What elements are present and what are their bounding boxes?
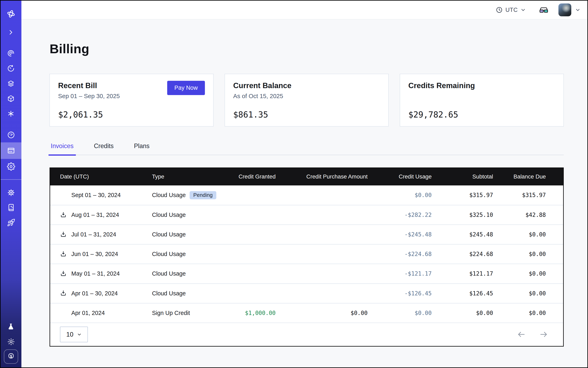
support-helm-icon <box>7 188 15 197</box>
invoice-row: May 01 – 31, 2024 Cloud Usage -$121.17 $… <box>50 264 563 283</box>
chevron-down-icon <box>575 7 581 13</box>
col-subtotal: Subtotal <box>432 173 493 180</box>
credit-usage-value: $0.00 <box>368 310 432 316</box>
sidebar-item-settings[interactable] <box>1 159 21 174</box>
recent-bill-period: Sep 01 – Sep 30, 2025 <box>58 93 120 100</box>
page-title: Billing <box>50 41 563 56</box>
download-invoice-button[interactable] <box>60 251 67 258</box>
current-balance-amount: $861.35 <box>233 110 380 120</box>
subtotal-value: $224.68 <box>432 251 493 258</box>
invoice-date: Sept 01 – 30, 2024 <box>71 192 121 199</box>
credit-usage-value: -$121.17 <box>368 270 432 277</box>
download-invoice-button[interactable] <box>60 290 67 297</box>
sidebar <box>1 1 21 367</box>
invoice-date: Jun 01 – 30, 2024 <box>71 251 118 258</box>
download-icon <box>60 231 67 238</box>
subtotal-value: $121.17 <box>432 270 493 277</box>
credit-granted-value: $1,000.00 <box>231 310 276 316</box>
previous-page-button[interactable] <box>517 330 526 339</box>
invoice-type: Cloud Usage <box>152 192 186 199</box>
balance-due-value: $0.00 <box>493 310 546 316</box>
sidebar-item-nexus[interactable] <box>1 106 21 121</box>
download-invoice-button[interactable] <box>60 231 67 238</box>
credit-purchase-value: $0.00 <box>276 310 368 316</box>
invoice-type: Cloud Usage <box>152 231 186 238</box>
tab-invoices[interactable]: Invoices <box>50 142 75 155</box>
subtotal-value: $0.00 <box>432 310 493 316</box>
sidebar-expand-button[interactable] <box>1 25 21 40</box>
subtotal-value: $245.48 <box>432 231 493 238</box>
labs-flask-icon <box>7 323 15 331</box>
invoice-type: Cloud Usage <box>152 270 186 277</box>
chevron-down-icon <box>520 7 526 13</box>
download-icon <box>60 290 67 297</box>
sidebar-item-workflows[interactable] <box>1 46 21 61</box>
sidebar-item-billing[interactable] <box>1 142 21 159</box>
sidebar-item-credits[interactable] <box>4 350 18 364</box>
download-icon <box>60 270 67 277</box>
sidebar-item-namespaces[interactable] <box>1 76 21 91</box>
recent-bill-title: Recent Bill <box>58 81 120 90</box>
invoices-table: Date (UTC) Type Credit Granted Credit Pu… <box>50 167 563 347</box>
balance-due-value: $315.97 <box>493 192 546 199</box>
subtotal-value: $126.45 <box>432 290 493 297</box>
settings-gear-icon <box>7 162 15 171</box>
rocket-icon <box>7 219 15 227</box>
usage-gauge-icon <box>7 131 15 139</box>
main-content: Billing Recent Bill Sep 01 – Sep 30, 202… <box>21 19 587 367</box>
pay-now-button[interactable]: Pay Now <box>167 81 205 95</box>
app-window: UTC Billing Recent Bill Sep 01 – Se <box>0 0 588 368</box>
sidebar-item-getting-started[interactable] <box>1 215 21 230</box>
tab-credits[interactable]: Credits <box>93 142 115 155</box>
next-page-button[interactable] <box>539 330 548 339</box>
invoice-type: Sign Up Credit <box>152 310 190 316</box>
balance-due-value: $0.00 <box>493 251 546 258</box>
download-invoice-button[interactable] <box>60 270 67 277</box>
invoice-row: Apr 01, 2024 Sign Up Credit $1,000.00 $0… <box>50 303 563 323</box>
credit-usage-value: -$126.45 <box>368 290 432 297</box>
billing-card-icon <box>7 147 15 155</box>
timezone-label: UTC <box>506 7 518 13</box>
col-credit-purchase-amount: Credit Purchase Amount <box>276 173 368 180</box>
nexus-asterisk-icon <box>7 110 15 118</box>
status-badge: Pending <box>190 191 217 200</box>
user-avatar[interactable] <box>558 3 571 16</box>
recent-bill-card: Recent Bill Sep 01 – Sep 30, 2025 Pay No… <box>50 74 213 127</box>
sidebar-item-support[interactable] <box>1 185 21 200</box>
tab-plans[interactable]: Plans <box>133 142 150 155</box>
credit-usage-value: -$245.48 <box>368 231 432 238</box>
sidebar-item-deployments[interactable] <box>1 91 21 106</box>
balance-due-value: $0.00 <box>493 270 546 277</box>
invoice-date: Jul 01 – 31, 2024 <box>71 231 116 238</box>
view-mode-button[interactable] <box>539 5 549 15</box>
download-icon <box>60 251 67 258</box>
sidebar-item-schedules[interactable] <box>1 61 21 76</box>
page-size-value: 10 <box>66 331 73 338</box>
chevron-down-icon <box>77 332 82 337</box>
subtotal-value: $325.10 <box>432 212 493 218</box>
download-invoice-button[interactable] <box>60 212 67 218</box>
download-icon <box>60 212 67 218</box>
credits-remaining-title: Credits Remaining <box>408 81 475 90</box>
workflows-spiral-icon <box>7 49 15 57</box>
page-size-select[interactable]: 10 <box>60 327 88 342</box>
sidebar-item-theme[interactable] <box>1 334 21 350</box>
invoice-date: Apr 01 – 30, 2024 <box>71 290 118 297</box>
timezone-picker[interactable]: UTC <box>496 6 526 13</box>
invoice-type: Cloud Usage <box>152 251 186 258</box>
clock-icon <box>496 6 503 13</box>
sidebar-item-docs[interactable] <box>1 200 21 215</box>
col-credit-usage: Credit Usage <box>368 173 432 180</box>
current-balance-card: Current Balance As of Oct 15, 2025 $861.… <box>225 74 389 127</box>
credit-usage-value: -$224.68 <box>368 251 432 258</box>
current-balance-asof: As of Oct 15, 2025 <box>233 93 291 100</box>
col-type: Type <box>152 173 231 180</box>
col-date: Date (UTC) <box>50 173 152 180</box>
sidebar-item-labs[interactable] <box>1 319 21 334</box>
account-menu-button[interactable] <box>575 7 581 13</box>
invoice-date: Apr 01, 2024 <box>71 310 105 316</box>
theme-sun-icon <box>7 338 15 346</box>
credit-usage-value: -$282.22 <box>368 212 432 218</box>
temporal-logo-icon[interactable] <box>1 3 21 25</box>
sidebar-item-usage[interactable] <box>1 127 21 142</box>
